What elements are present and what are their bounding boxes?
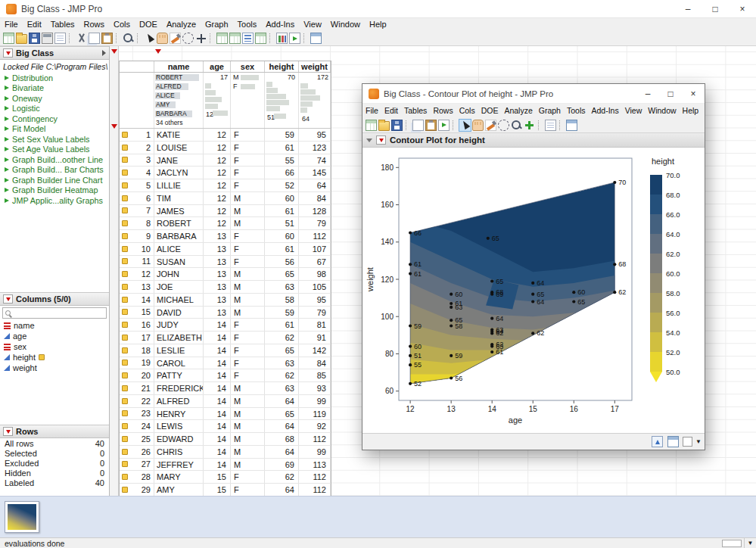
column-header-age[interactable]: age bbox=[204, 61, 231, 72]
cell-name[interactable]: CHRIS bbox=[154, 446, 204, 458]
brush-icon[interactable] bbox=[485, 120, 496, 131]
dropdown-caret-icon[interactable]: ▼ bbox=[695, 437, 702, 447]
cell-height[interactable]: 69 bbox=[265, 459, 299, 471]
cell-name[interactable]: EDWARD bbox=[154, 433, 204, 445]
cell-name[interactable]: LESLIE bbox=[154, 344, 204, 357]
cell-sex[interactable]: M bbox=[231, 307, 265, 319]
row-number-cell[interactable]: 23 bbox=[120, 408, 154, 420]
plot-menu-help[interactable]: Help bbox=[680, 104, 702, 117]
cell-name[interactable]: JOHN bbox=[154, 268, 204, 280]
cell-age[interactable]: 13 bbox=[204, 268, 231, 280]
cell-height[interactable]: 66 bbox=[265, 167, 299, 179]
cell-height[interactable]: 60 bbox=[265, 192, 299, 204]
cell-name[interactable]: BARBARA bbox=[154, 230, 204, 242]
cell-weight[interactable]: 123 bbox=[299, 142, 331, 154]
save-icon[interactable] bbox=[29, 33, 40, 44]
cell-age[interactable]: 14 bbox=[204, 446, 231, 458]
table-row[interactable]: 8ROBERT12M5179 bbox=[120, 217, 331, 230]
main-menu-view[interactable]: View bbox=[299, 18, 326, 31]
row-number-cell[interactable]: 8 bbox=[120, 217, 154, 229]
row-number-cell[interactable]: 12 bbox=[120, 268, 154, 280]
cell-height[interactable]: 64 bbox=[265, 420, 299, 432]
window-panel-icon[interactable] bbox=[667, 436, 679, 447]
rows-menu-icon[interactable] bbox=[111, 49, 117, 54]
plot-menu-tools[interactable]: Tools bbox=[564, 104, 589, 117]
cell-weight[interactable]: 105 bbox=[299, 281, 331, 293]
column-item-weight[interactable]: weight bbox=[0, 363, 109, 373]
close-button[interactable]: × bbox=[682, 84, 705, 103]
table-row[interactable]: 16JUDY14F6181 bbox=[120, 319, 331, 332]
row-number-cell[interactable]: 11 bbox=[120, 256, 154, 268]
outline-collapse-icon[interactable] bbox=[366, 139, 372, 142]
cell-name[interactable]: MARY bbox=[154, 471, 204, 483]
cell-height[interactable]: 63 bbox=[265, 382, 299, 394]
row-number-cell[interactable]: 6 bbox=[120, 192, 154, 204]
cell-weight[interactable]: 112 bbox=[299, 484, 331, 496]
cell-name[interactable]: MICHAEL bbox=[154, 294, 204, 306]
cell-weight[interactable]: 99 bbox=[299, 395, 331, 407]
table-script-item[interactable]: Graph Build... Bar Charts bbox=[0, 165, 109, 176]
cell-sex[interactable]: M bbox=[231, 408, 265, 420]
table-script-item[interactable]: Contingency bbox=[0, 114, 109, 124]
magnifier-icon[interactable] bbox=[123, 33, 134, 44]
table-script-item[interactable]: Fit Model bbox=[0, 124, 109, 135]
row-number-cell[interactable]: 25 bbox=[120, 433, 154, 445]
close-button[interactable]: × bbox=[729, 0, 756, 17]
cell-weight[interactable]: 112 bbox=[299, 230, 331, 242]
cell-weight[interactable]: 67 bbox=[299, 256, 331, 268]
main-menu-cols[interactable]: Cols bbox=[109, 18, 135, 31]
cell-height[interactable]: 60 bbox=[265, 230, 299, 242]
cell-sex[interactable]: F bbox=[231, 154, 265, 167]
plot-menu-cols[interactable]: Cols bbox=[456, 104, 478, 117]
cell-weight[interactable]: 81 bbox=[299, 319, 331, 331]
row-state-header[interactable] bbox=[120, 61, 154, 72]
row-number-cell[interactable]: 5 bbox=[120, 179, 154, 191]
cell-weight[interactable]: 145 bbox=[299, 167, 331, 179]
row-number-cell[interactable]: 27 bbox=[120, 459, 154, 471]
table-row[interactable]: 27JEFFREY14M69113 bbox=[120, 459, 331, 472]
contour-plot-thumbnail[interactable] bbox=[5, 501, 39, 533]
maximize-button[interactable]: □ bbox=[659, 84, 682, 103]
cell-sex[interactable]: M bbox=[231, 217, 265, 229]
status-input-box[interactable] bbox=[722, 540, 742, 547]
row-number-cell[interactable]: 2 bbox=[120, 142, 154, 154]
rows-stat-selected[interactable]: Selected0 bbox=[0, 448, 109, 458]
main-menu-help[interactable]: Help bbox=[365, 18, 391, 31]
cell-height[interactable]: 65 bbox=[265, 408, 299, 420]
grabber-hand-icon[interactable] bbox=[472, 120, 484, 131]
cell-age[interactable]: 12 bbox=[204, 154, 231, 167]
table-row[interactable]: 18LESLIE14F65142 bbox=[120, 344, 331, 357]
plot-titlebar[interactable]: Big Class - Contour Plot of height - JMP… bbox=[362, 84, 705, 104]
table-row[interactable]: 29AMY15F64112 bbox=[120, 484, 331, 496]
plot-menu-analyze[interactable]: Analyze bbox=[501, 104, 535, 117]
table-panel-header[interactable]: Big Class bbox=[0, 46, 109, 60]
paste-icon[interactable] bbox=[425, 120, 437, 131]
cell-sex[interactable]: F bbox=[231, 319, 265, 331]
cell-height[interactable]: 65 bbox=[265, 268, 299, 280]
table-row[interactable]: 2LOUISE12F61123 bbox=[120, 142, 331, 154]
row-number-cell[interactable]: 10 bbox=[120, 243, 154, 255]
table-row[interactable]: 22ALFRED14M6499 bbox=[120, 395, 331, 408]
cell-height[interactable]: 61 bbox=[265, 243, 299, 255]
plot-menu-edit[interactable]: Edit bbox=[381, 104, 401, 117]
main-menu-file[interactable]: File bbox=[0, 18, 23, 31]
plot-menu-view[interactable]: View bbox=[622, 104, 646, 117]
cell-sex[interactable]: F bbox=[231, 129, 265, 141]
red-triangle-icon[interactable] bbox=[376, 135, 386, 145]
row-number-cell[interactable]: 9 bbox=[120, 230, 154, 242]
table-script-item[interactable]: Bivariate bbox=[0, 83, 109, 94]
cell-age[interactable]: 14 bbox=[204, 395, 231, 407]
table-row[interactable]: 12JOHN13M6598 bbox=[120, 268, 331, 281]
table-row[interactable]: 14MICHAEL13M5895 bbox=[120, 294, 331, 307]
outline-header[interactable]: Contour Plot for height bbox=[362, 133, 705, 148]
rows-stat-excluded[interactable]: Excluded0 bbox=[0, 458, 109, 468]
cell-name[interactable]: FREDERICK bbox=[154, 382, 204, 394]
row-number-cell[interactable]: 13 bbox=[120, 281, 154, 293]
cell-height[interactable]: 63 bbox=[265, 357, 299, 369]
cell-height[interactable]: 59 bbox=[265, 129, 299, 141]
cell-height[interactable]: 62 bbox=[265, 471, 299, 483]
cell-weight[interactable]: 142 bbox=[299, 344, 331, 357]
cell-age[interactable]: 13 bbox=[204, 281, 231, 293]
main-menu-graph[interactable]: Graph bbox=[201, 18, 233, 31]
row-number-cell[interactable]: 22 bbox=[120, 395, 154, 407]
